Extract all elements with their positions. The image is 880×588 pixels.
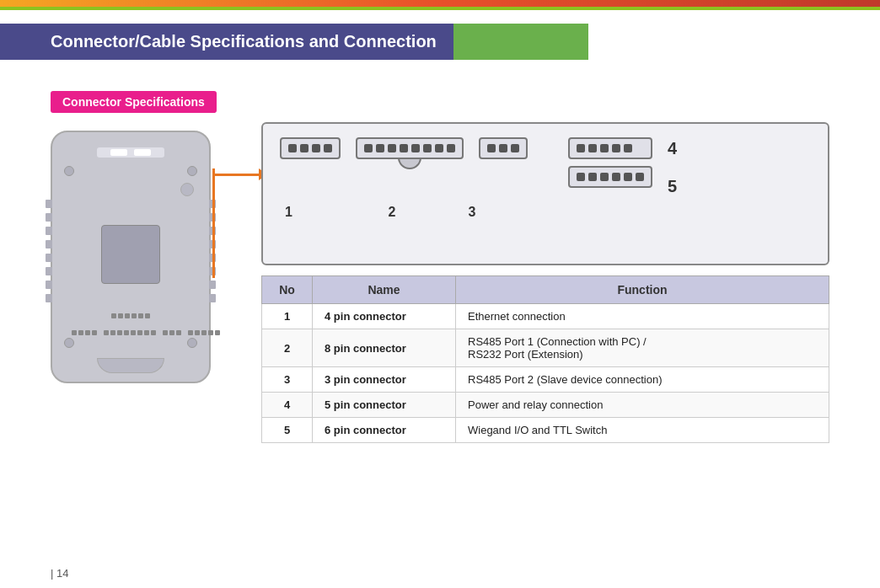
cell-function: Power and relay connection <box>456 393 829 418</box>
title-section: Connector/Cable Specifications and Conne… <box>0 24 880 60</box>
table-row: 33 pin connectorRS485 Port 2 (Slave devi… <box>262 367 829 393</box>
table-header-row: No Name Function <box>262 276 829 304</box>
label-1: 1 <box>285 205 337 220</box>
pointer-arrow <box>212 168 268 180</box>
cell-name: 4 pin connector <box>313 304 456 329</box>
bottom-conn-3 <box>163 330 181 335</box>
title-text: Connector/Cable Specifications and Conne… <box>51 32 437 51</box>
label-2: 2 <box>337 205 447 220</box>
cell-no: 4 <box>262 393 313 418</box>
arrow-line <box>212 174 259 176</box>
green-accent-bar <box>0 7 880 10</box>
connector-diagram-box: 4 5 1 2 3 <box>261 122 829 265</box>
cell-name: 6 pin connector <box>313 418 456 443</box>
conn-2-group <box>356 137 464 169</box>
col-no: No <box>262 276 313 304</box>
title-green-accent <box>453 24 588 60</box>
cell-name: 8 pin connector <box>313 329 456 367</box>
cell-name: 5 pin connector <box>313 393 456 418</box>
table-row: 56 pin connectorWiegand I/O and TTL Swit… <box>262 418 829 443</box>
spec-table: No Name Function 14 pin connectorEtherne… <box>261 275 829 443</box>
conn-123-labels: 1 2 3 <box>280 205 811 220</box>
device-image-area <box>51 122 236 443</box>
connector-3 <box>479 137 528 159</box>
screw-bottom-left <box>64 338 74 348</box>
bottom-conn-1 <box>72 330 97 335</box>
main-content: 4 5 1 2 3 No Name Function 14 pin con <box>51 122 829 443</box>
bottom-conn-4 <box>188 330 220 335</box>
connector-diagram-area: 4 5 1 2 3 No Name Function 14 pin con <box>261 122 829 443</box>
device-body <box>51 131 211 383</box>
device-bottom-groove <box>97 358 164 373</box>
table-row: 28 pin connectorRS485 Port 1 (Connection… <box>262 329 829 367</box>
top-gradient-bar <box>0 0 880 7</box>
slot-right <box>134 149 151 156</box>
arrow-vertical <box>212 168 215 278</box>
label-5: 5 <box>668 177 677 196</box>
bottom-conn-2 <box>104 330 156 335</box>
page-number: | 14 <box>51 567 68 580</box>
cell-function: Ethernet connection <box>456 304 829 329</box>
cell-no: 5 <box>262 418 313 443</box>
device-bottom-connectors <box>72 330 190 335</box>
device-top-slot <box>97 147 164 158</box>
connector-spec-label: Connector Specifications <box>51 91 217 113</box>
connector-5 <box>568 166 652 188</box>
screw-top-left <box>64 166 74 176</box>
connector-row-top: 4 5 <box>280 137 811 196</box>
device-circle <box>180 183 194 196</box>
screw-top-right <box>187 166 197 176</box>
connector-1 <box>280 137 341 159</box>
footer: | 14 <box>51 567 68 580</box>
cell-function: RS485 Port 2 (Slave device connection) <box>456 367 829 393</box>
conn-1-group <box>280 137 341 159</box>
cell-name: 3 pin connector <box>313 367 456 393</box>
connector-2 <box>356 137 464 159</box>
connector-4 <box>568 137 652 159</box>
conn-3-group <box>479 137 528 159</box>
cell-no: 3 <box>262 367 313 393</box>
cell-no: 2 <box>262 329 313 367</box>
col-function: Function <box>456 276 829 304</box>
device-square <box>101 225 160 284</box>
label-4: 4 <box>668 139 677 158</box>
screw-bottom-right <box>187 338 197 348</box>
conn-2-semicircle <box>398 158 421 169</box>
cell-function: RS485 Port 1 (Connection with PC) /RS232… <box>456 329 829 367</box>
conn-45-stack <box>568 137 652 188</box>
slot-left <box>110 149 127 156</box>
cell-function: Wiegand I/O and TTL Switch <box>456 418 829 443</box>
table-row: 14 pin connectorEthernet connection <box>262 304 829 329</box>
label-3: 3 <box>447 205 497 220</box>
bottom-conn-row2 <box>111 313 150 318</box>
conn-45-labels: 4 5 <box>668 139 677 196</box>
device-left-pins <box>46 200 52 318</box>
cell-no: 1 <box>262 304 313 329</box>
col-name: Name <box>313 276 456 304</box>
page-title: Connector/Cable Specifications and Conne… <box>0 24 453 60</box>
table-row: 45 pin connectorPower and relay connecti… <box>262 393 829 418</box>
